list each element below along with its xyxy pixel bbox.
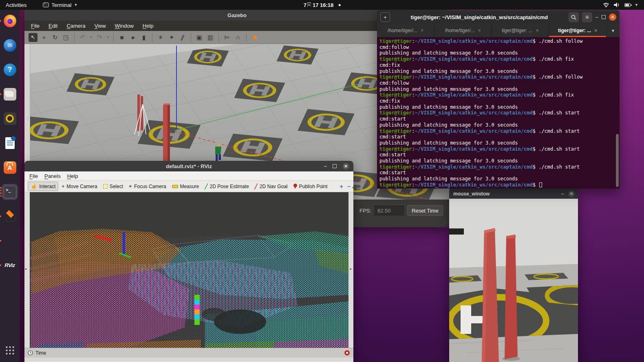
add-tool-icon[interactable]: + (338, 183, 345, 190)
dock-item-terminal[interactable]: >_ (2, 184, 18, 200)
search-button[interactable] (569, 12, 579, 22)
dock-item-ubuntu-software[interactable]: A (2, 160, 18, 175)
insert-model-icon[interactable]: ■ (250, 33, 259, 42)
box-icon[interactable]: ■ (117, 33, 126, 42)
dock-item-running-app[interactable] (2, 233, 18, 248)
directional-light-icon[interactable]: ∥ (176, 31, 188, 43)
tab-close-icon[interactable]: × (594, 28, 597, 33)
tab-close-icon[interactable]: × (421, 28, 423, 33)
rviz-3d-viewport[interactable] (30, 192, 348, 348)
mouse-window-titlebar[interactable]: mouse_window – ✕ (449, 189, 578, 199)
rviz-titlebar[interactable]: default.rviz* - RViz – ✕ (24, 161, 353, 171)
tab-close-icon[interactable]: × (478, 28, 481, 33)
minimize-button[interactable]: – (561, 192, 564, 196)
move-icon[interactable]: + (40, 33, 49, 42)
tool-options-icon[interactable]: ◉ (355, 184, 362, 189)
minimize-button[interactable]: – (595, 15, 598, 19)
terminal-output[interactable]: tiger@tiger:~/VISIM_single/catkin_ws/src… (377, 37, 620, 189)
dock-item-thunderbird[interactable] (2, 37, 18, 53)
cursor-icon[interactable]: ↖ (29, 33, 37, 42)
tab-close-icon[interactable]: × (536, 28, 539, 33)
cylinder-icon[interactable]: ▮ (139, 33, 148, 42)
hamburger-menu-button[interactable]: ≡ (582, 12, 592, 22)
resize-grip-icon[interactable]: ⋰ (442, 220, 447, 226)
paste-icon[interactable]: ▥ (206, 33, 215, 42)
align-icon[interactable]: ⊨ (223, 33, 232, 42)
caret-down-icon[interactable]: ▾ (106, 33, 110, 42)
time-panel-close-icon[interactable] (344, 350, 350, 355)
terminal-titlebar[interactable]: + tiger@tiger: ~/VISIM_single/catkin_ws/… (377, 10, 620, 24)
toolbar-separator (191, 33, 191, 42)
dock-item-gazebo[interactable] (2, 208, 18, 224)
redo-icon[interactable]: ↷ (95, 33, 104, 42)
mouse-window-3d-view[interactable] (449, 199, 578, 362)
cursor (539, 182, 542, 187)
tab-list-dropdown[interactable]: ▼ (607, 24, 620, 37)
tab-label: tiger@tiger: ... (502, 28, 533, 33)
rviz-menu-file[interactable]: File (29, 173, 38, 179)
gazebo-menu-edit[interactable]: Edit (49, 23, 57, 29)
tool-2d-pose-estimate[interactable]: ╱2D Pose Estimate (202, 182, 251, 191)
gazebo-menu-file[interactable]: File (31, 23, 40, 29)
rviz-menu-panels[interactable]: Panels (44, 173, 61, 179)
minimize-button[interactable]: – (324, 164, 327, 168)
undo-icon[interactable]: ↶ (78, 33, 87, 42)
displays-panel-expander[interactable]: ▸ (24, 192, 30, 348)
tool-interact[interactable]: ☝Interact (28, 182, 58, 191)
rviz-window: default.rviz* - RViz – ✕ FilePanelsHelp … (24, 161, 353, 362)
snap-icon[interactable]: ∩ (234, 33, 243, 42)
terminal-icon: >_ (4, 186, 16, 198)
clock-button[interactable]: 7月17 16:18 (304, 2, 341, 8)
scrollbar-thumb[interactable] (616, 134, 619, 187)
gazebo-menu-camera[interactable]: Camera (66, 23, 85, 29)
rotate-icon[interactable]: ↻ (51, 33, 60, 42)
system-status-area[interactable]: ? ▼ (603, 2, 644, 8)
maximize-button[interactable] (602, 15, 606, 19)
tool-label: 2D Pose Estimate (210, 184, 249, 189)
new-tab-button[interactable]: + (380, 12, 390, 22)
gazebo-menu-view[interactable]: View (95, 23, 106, 29)
tool-measure[interactable]: Measure (170, 182, 202, 191)
remove-tool-icon[interactable]: − (346, 183, 352, 190)
reset-time-button[interactable]: Reset Time (407, 205, 443, 216)
tool-publish-point[interactable]: Publish Point (291, 182, 330, 191)
close-icon[interactable]: ✕ (609, 13, 616, 21)
terminal-tab-1[interactable]: /home/tiger/...× (377, 24, 434, 37)
close-icon[interactable]: ✕ (568, 191, 575, 197)
tool-select[interactable]: Select (101, 182, 126, 191)
terminal-tab-3[interactable]: tiger@tiger: ...× (492, 24, 549, 37)
terminal-tab-2[interactable]: /home/tiger/...× (434, 24, 492, 37)
toolbar-separator (218, 33, 219, 42)
gazebo-menu-window[interactable]: Window (115, 23, 134, 29)
scale-icon[interactable]: ◳ (62, 33, 71, 42)
spot-light-icon[interactable]: ✦ (167, 33, 176, 42)
time-panel-header[interactable]: Time (24, 348, 353, 358)
dock-item-rhythmbox[interactable] (2, 111, 18, 126)
caret-down-icon[interactable]: ▾ (362, 186, 364, 189)
caret-down-icon[interactable]: ▾ (352, 186, 354, 189)
point-light-icon[interactable]: ☀ (156, 33, 165, 42)
copy-icon[interactable]: ▣ (195, 33, 204, 42)
activities-button[interactable]: Activities (6, 2, 26, 8)
terminal-tab-4[interactable]: tiger@tiger: ...× (549, 24, 607, 37)
terminal-line: cmd:start (379, 116, 620, 122)
dock-item-help[interactable]: ? (2, 62, 18, 77)
firefox-icon (4, 15, 16, 27)
views-panel-expander[interactable]: ◂ (348, 192, 353, 348)
close-icon[interactable]: ✕ (342, 163, 349, 170)
dock-item-files[interactable] (2, 86, 18, 102)
sphere-icon[interactable]: ● (128, 33, 137, 42)
dock-item-libreoffice-writer[interactable] (2, 135, 18, 151)
rviz-menu-help[interactable]: Help (67, 173, 78, 179)
tool-2d-nav-goal[interactable]: ╱2D Nav Goal (252, 182, 290, 191)
dock-item-rviz[interactable]: RViz (2, 257, 18, 273)
toolbar-separator (113, 33, 114, 42)
dock-item-show-applications[interactable] (2, 342, 18, 358)
caret-down-icon[interactable]: ▾ (89, 33, 93, 42)
tool-focus-camera[interactable]: ⌖Focus Camera (126, 182, 169, 191)
gazebo-menu-help[interactable]: Help (143, 23, 154, 29)
dock-item-firefox[interactable] (2, 13, 18, 29)
tool-move-camera[interactable]: +Move Camera (59, 182, 99, 191)
maximize-button[interactable] (333, 164, 337, 168)
app-menu[interactable]: Terminal ▼ (43, 2, 77, 8)
